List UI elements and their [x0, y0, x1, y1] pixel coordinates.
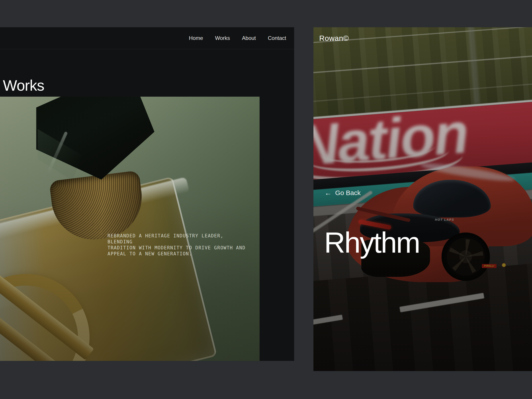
- project-title: Rhythm: [324, 228, 420, 257]
- top-nav: Home Works About Contact: [0, 27, 294, 49]
- site-logo[interactable]: Rowan©: [319, 34, 349, 43]
- nav-list: Home Works About Contact: [189, 35, 286, 41]
- nav-item-home[interactable]: Home: [189, 35, 203, 41]
- image-dim-overlay: [0, 97, 260, 361]
- works-page-frame: Home Works About Contact Works REBRANDED…: [0, 27, 294, 361]
- project-card-perfume[interactable]: REBRANDED A HERITAGE INDUSTRY LEADER, BL…: [0, 97, 260, 361]
- nav-item-contact[interactable]: Contact: [268, 35, 286, 41]
- nav-item-about[interactable]: About: [242, 35, 256, 41]
- rhythm-page-frame: oNation A HOT LAPS PIRELLI Rowan© ←: [313, 27, 532, 371]
- nav-item-works[interactable]: Works: [215, 35, 230, 41]
- go-back-link[interactable]: ← Go Back: [324, 189, 361, 197]
- project-description: REBRANDED A HERITAGE INDUSTRY LEADER, BL…: [108, 233, 249, 257]
- page-title: Works: [3, 78, 44, 93]
- image-dim-overlay: [313, 27, 532, 371]
- arrow-left-icon: ←: [324, 189, 332, 196]
- go-back-label: Go Back: [335, 189, 361, 197]
